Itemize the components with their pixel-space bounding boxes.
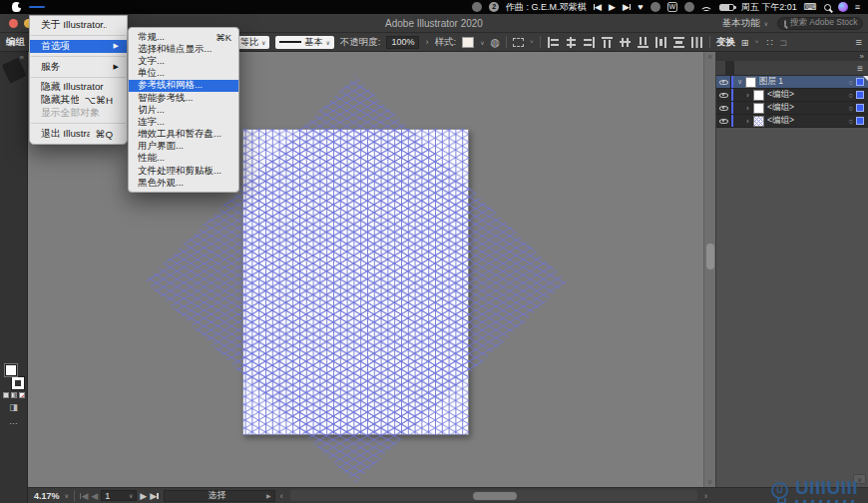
- w-app-icon[interactable]: W: [667, 2, 677, 12]
- clip-mask-icon[interactable]: ⊐: [779, 37, 787, 48]
- apple-menu-icon[interactable]: [12, 2, 21, 12]
- align-h-center-icon[interactable]: [565, 36, 578, 49]
- scroll-up-arrow[interactable]: ∧: [704, 52, 715, 62]
- align-bottom-icon[interactable]: [637, 36, 650, 49]
- scale-dropdown[interactable]: 等比∨: [236, 36, 269, 49]
- align-right-icon[interactable]: [583, 36, 596, 49]
- target-circle-icon[interactable]: ○: [848, 117, 853, 126]
- submenu-item[interactable]: 单位...: [129, 68, 238, 80]
- menubar-item[interactable]: [109, 6, 125, 8]
- first-artboard-button[interactable]: ◀: [80, 491, 88, 501]
- stroke-style-dropdown[interactable]: 基本∨: [275, 36, 333, 49]
- paintbrush-tool[interactable]: [4, 167, 24, 185]
- rectangle-tool[interactable]: [4, 132, 24, 150]
- menu-item[interactable]: 服务 ▶: [30, 61, 127, 74]
- target-circle-icon[interactable]: ○: [848, 78, 853, 87]
- visibility-toggle[interactable]: [716, 115, 731, 127]
- width-tool[interactable]: [4, 237, 24, 254]
- hscroll-left-arrow[interactable]: ‹: [280, 491, 283, 501]
- fill-swatch[interactable]: [5, 364, 17, 376]
- badge-count[interactable]: 2: [489, 2, 499, 12]
- zoom-level[interactable]: 4.17%: [34, 491, 60, 501]
- expand-chevron-icon[interactable]: ›: [743, 105, 752, 112]
- adobe-stock-search-input[interactable]: 搜索 Adobe Stock: [777, 17, 863, 30]
- visibility-toggle[interactable]: [716, 102, 731, 114]
- notification-center-icon[interactable]: ≡: [855, 2, 860, 12]
- zoom-tool[interactable]: [4, 289, 24, 307]
- menu-item[interactable]: 隐藏其他 ⌥⌘H: [30, 94, 127, 107]
- menubar-item[interactable]: [157, 6, 173, 8]
- submenu-item[interactable]: 选择和锚点显示...: [129, 43, 238, 55]
- type-tool[interactable]: [4, 185, 24, 203]
- submenu-item[interactable]: 文字...: [129, 55, 238, 67]
- selection-proxy-square[interactable]: [856, 91, 864, 99]
- shape-builder-tool[interactable]: [4, 254, 24, 272]
- menu-item[interactable]: [31, 35, 126, 36]
- spotlight-search-icon[interactable]: [824, 4, 831, 11]
- panel-tab[interactable]: [725, 61, 734, 75]
- horizontal-scroll-thumb[interactable]: [473, 492, 517, 500]
- more-tools-icon[interactable]: …: [9, 416, 18, 426]
- panel-collapse-icon[interactable]: »: [716, 52, 868, 61]
- graph-tool[interactable]: [4, 341, 24, 359]
- submenu-item[interactable]: 常规... ⌘K: [129, 31, 238, 43]
- menu-item-preferences[interactable]: 首选项 ▶: [30, 40, 127, 53]
- <编组>[interactable]: › <编组> ○: [716, 89, 868, 102]
- symbol-tool[interactable]: [4, 324, 24, 342]
- eraser-tool[interactable]: [4, 220, 24, 238]
- layer-thumbnail[interactable]: [753, 103, 764, 114]
- menubar-clock[interactable]: 周五 下午2:01: [741, 1, 797, 14]
- menubar-item[interactable]: [173, 6, 189, 8]
- zoom-dropdown-arrow[interactable]: ∨: [65, 492, 69, 499]
- menubar-item[interactable]: [125, 6, 141, 8]
- hscroll-right-arrow[interactable]: ›: [704, 491, 707, 501]
- fill-stroke-swatches[interactable]: [4, 363, 24, 389]
- layer-thumbnail[interactable]: [745, 77, 756, 88]
- submenu-item[interactable]: 切片...: [129, 104, 238, 116]
- battery-icon[interactable]: [719, 4, 734, 11]
- horizontal-scrollbar[interactable]: [290, 490, 697, 501]
- expand-chevron-icon[interactable]: ∨: [735, 78, 744, 86]
- notification-icon[interactable]: [472, 2, 482, 12]
- previous-artboard-button[interactable]: ◀: [91, 491, 98, 501]
- align-v-center-icon[interactable]: [619, 36, 632, 49]
- artboard-number-field[interactable]: 1∨: [101, 490, 137, 501]
- curvature-tool[interactable]: [4, 115, 24, 133]
- selection-proxy-square[interactable]: [856, 117, 864, 125]
- panel-tab[interactable]: [734, 61, 743, 75]
- transform-button[interactable]: 变换: [716, 36, 735, 49]
- submenu-item[interactable]: 用户界面...: [129, 141, 238, 153]
- menu-item[interactable]: 退出 Illustrator ⌘Q: [30, 128, 127, 141]
- menu-item[interactable]: 隐藏 Illustrator: [30, 81, 127, 94]
- draw-mode-icon[interactable]: ◨: [9, 402, 18, 412]
- input-source-icon[interactable]: ⌨: [804, 2, 817, 12]
- menu-item[interactable]: [31, 77, 126, 78]
- distribute-h-icon[interactable]: [654, 36, 667, 49]
- layer-thumbnail[interactable]: [753, 116, 764, 127]
- layer-name[interactable]: 图层 1: [759, 76, 848, 88]
- align-left-icon[interactable]: [547, 36, 560, 49]
- wifi-icon[interactable]: [701, 3, 712, 11]
- media-play-icon[interactable]: ▶: [609, 2, 616, 12]
- menu-item[interactable]: 关于 Illustrator...: [30, 19, 127, 32]
- submenu-item[interactable]: 增效工具和暂存盘...: [129, 129, 238, 141]
- scroll-down-arrow[interactable]: ∨: [704, 477, 715, 487]
- visibility-toggle[interactable]: [716, 89, 731, 101]
- selection-proxy-square[interactable]: [856, 104, 864, 112]
- <编组>[interactable]: › <编组> ○: [716, 102, 868, 115]
- expand-chevron-icon[interactable]: ›: [743, 118, 752, 125]
- layer-name[interactable]: <编组>: [767, 89, 848, 101]
- rotate-tool[interactable]: [4, 202, 24, 220]
- eye-app-icon[interactable]: [684, 2, 694, 12]
- layer-name[interactable]: <编组>: [767, 115, 848, 127]
- last-artboard-button[interactable]: ▶: [150, 491, 158, 501]
- heart-icon[interactable]: ♥: [638, 2, 643, 12]
- selection-proxy-square[interactable]: [856, 78, 864, 86]
- panel-tab[interactable]: [752, 61, 761, 75]
- mesh-tool[interactable]: [4, 306, 24, 324]
- bounding-box-icon[interactable]: [513, 38, 524, 47]
- gradient-button[interactable]: [11, 392, 17, 398]
- toolbar-collapse-icon[interactable]: »: [20, 53, 27, 62]
- submenu-item[interactable]: 性能...: [129, 153, 238, 165]
- 图层 1[interactable]: ∨ 图层 1 ○: [716, 76, 868, 89]
